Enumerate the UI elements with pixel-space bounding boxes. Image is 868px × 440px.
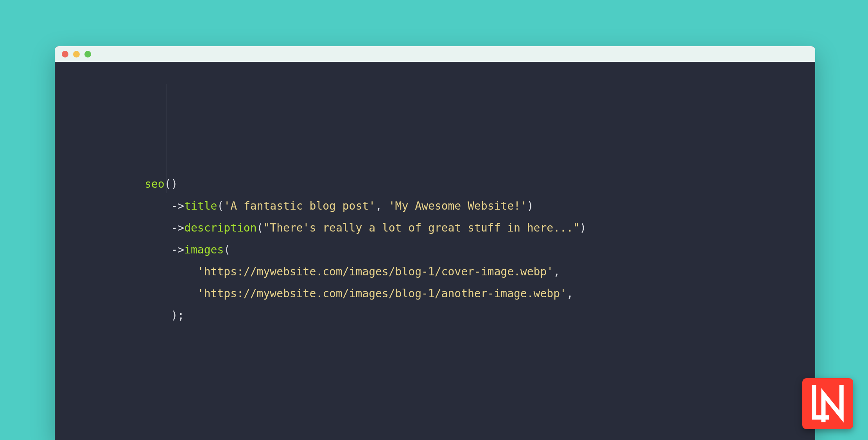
code-line: 'https://mywebsite.com/images/blog-1/cov… — [145, 261, 815, 283]
code-line: ->images( — [145, 239, 815, 261]
code-punct: ( — [257, 221, 264, 234]
code-window: seo() ->title('A fantastic blog post', '… — [55, 46, 815, 440]
code-function: title — [184, 199, 217, 212]
code-punct: ); — [171, 309, 184, 322]
code-function: images — [184, 243, 224, 256]
code-line: ->description("There's really a lot of g… — [145, 217, 815, 239]
code-arrow: -> — [171, 221, 184, 234]
code-function: description — [184, 221, 256, 234]
window-titlebar — [55, 46, 815, 62]
code-string: "There's really a lot of great stuff in … — [263, 221, 579, 234]
close-icon[interactable] — [62, 51, 68, 57]
code-function: seo — [145, 178, 165, 190]
code-string: 'https://mywebsite.com/images/blog-1/cov… — [197, 265, 553, 278]
brand-logo — [802, 378, 853, 429]
code-line: seo() — [145, 173, 815, 195]
code-editor: seo() ->title('A fantastic blog post', '… — [55, 62, 815, 327]
maximize-icon[interactable] — [84, 51, 91, 57]
code-punct: () — [165, 178, 178, 190]
code-punct: ( — [224, 243, 230, 256]
minimize-icon[interactable] — [73, 51, 80, 57]
code-arrow: -> — [171, 243, 184, 256]
code-punct: , — [567, 287, 573, 300]
code-punct: ) — [580, 221, 586, 234]
code-punct: , — [375, 199, 389, 212]
code-punct: ( — [217, 199, 224, 212]
code-string: 'A fantastic blog post' — [224, 199, 375, 212]
code-line: ->title('A fantastic blog post', 'My Awe… — [145, 195, 815, 217]
code-line: ); — [145, 305, 815, 327]
code-arrow: -> — [171, 199, 184, 212]
code-string: 'https://mywebsite.com/images/blog-1/ano… — [197, 287, 567, 300]
code-punct: , — [553, 265, 560, 278]
code-line: 'https://mywebsite.com/images/blog-1/ano… — [145, 283, 815, 305]
ln-logo-icon — [806, 382, 849, 425]
code-punct: ) — [527, 199, 534, 212]
code-string: 'My Awesome Website!' — [389, 199, 527, 212]
